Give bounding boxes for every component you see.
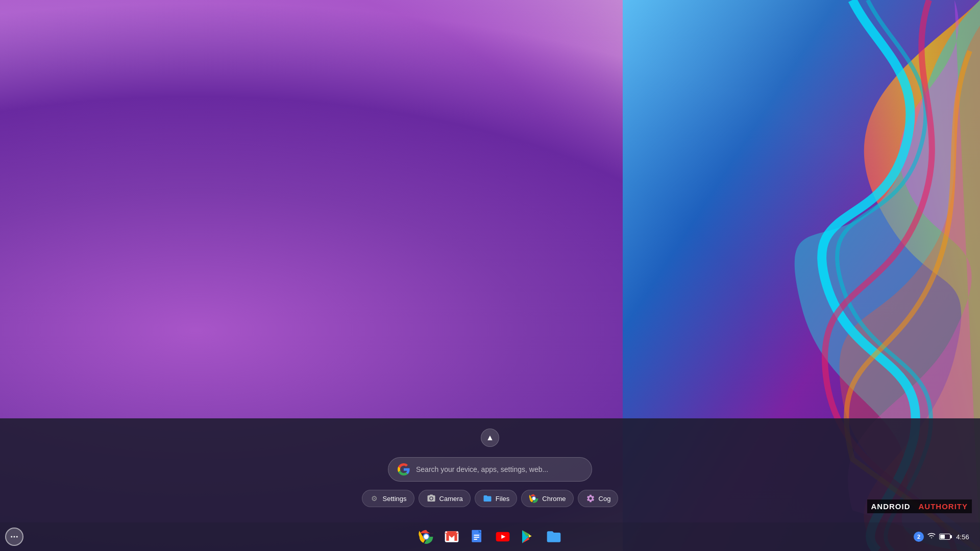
shelf-chrome-icon[interactable] — [414, 524, 438, 549]
watermark: ANDROID AUTHORITY — [867, 499, 972, 513]
files-icon — [482, 493, 493, 504]
chrome-recent-icon — [529, 493, 539, 504]
taskbar-shelf — [0, 522, 980, 551]
shelf-playstore-icon[interactable] — [516, 524, 541, 549]
launcher-button[interactable] — [0, 522, 29, 551]
clock[interactable]: 4:56 — [953, 533, 972, 541]
svg-point-14 — [16, 536, 18, 538]
recent-apps-row: ⚙ Settings Camera Files — [362, 490, 619, 507]
cog-icon — [585, 493, 596, 504]
search-bar[interactable]: Search your device, apps, settings, web.… — [388, 457, 592, 482]
svg-rect-8 — [474, 537, 479, 538]
camera-icon — [426, 493, 436, 504]
recent-app-files[interactable]: Files — [475, 490, 517, 507]
shelf-docs-icon[interactable] — [465, 524, 489, 549]
watermark-authority-text: AUTHORITY — [915, 499, 972, 513]
notification-indicator[interactable]: 2 — [914, 532, 924, 542]
svg-point-4 — [424, 534, 428, 539]
search-input-placeholder: Search your device, apps, settings, web.… — [416, 465, 583, 473]
recent-app-camera[interactable]: Camera — [419, 490, 471, 507]
google-g-icon — [397, 462, 411, 477]
svg-rect-7 — [474, 535, 479, 536]
watermark-android-text: ANDROID — [867, 499, 915, 513]
svg-point-13 — [14, 536, 15, 538]
settings-icon: ⚙ — [370, 493, 380, 504]
shelf-youtube-icon[interactable] — [491, 524, 515, 549]
shelf-gmail-icon[interactable] — [439, 524, 464, 549]
system-tray[interactable]: 2 4:56 — [905, 522, 980, 551]
svg-rect-9 — [474, 539, 477, 540]
battery-icon[interactable] — [939, 534, 950, 540]
app-drawer: ▲ Search your device, apps, settings, we… — [0, 418, 980, 522]
shelf-files-icon[interactable] — [542, 524, 566, 549]
recent-app-chrome[interactable]: Chrome — [521, 490, 573, 507]
svg-point-2 — [532, 497, 535, 500]
recent-app-cog[interactable]: Cog — [578, 490, 619, 507]
chevron-up-button[interactable]: ▲ — [481, 429, 499, 447]
shelf-pinned-apps — [414, 524, 566, 549]
recent-app-settings[interactable]: ⚙ Settings — [362, 490, 414, 507]
wifi-icon[interactable] — [927, 531, 936, 542]
svg-point-12 — [11, 536, 12, 538]
launcher-circle — [5, 528, 23, 546]
